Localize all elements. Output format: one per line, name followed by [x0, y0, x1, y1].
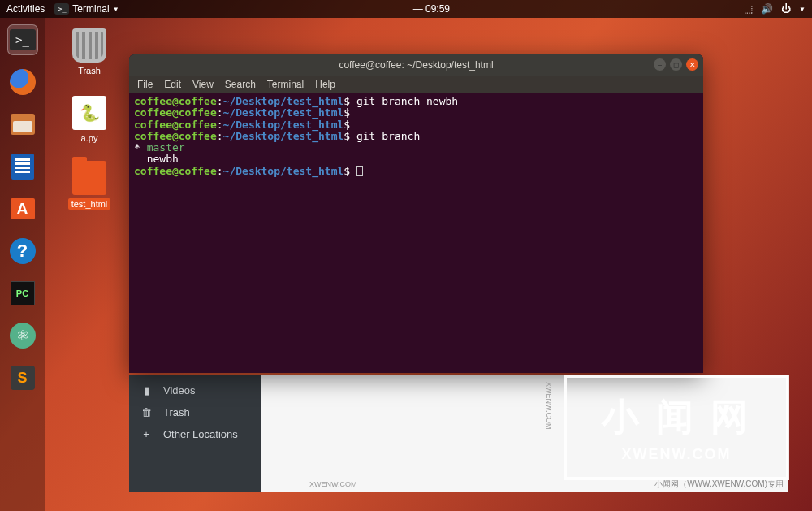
- sublime-icon: S: [11, 366, 35, 390]
- python-file-icon: [72, 96, 106, 130]
- app-name-label: Terminal: [72, 3, 109, 15]
- terminal-icon: >_: [54, 3, 69, 15]
- dock: >_ A ? PC ⚛ S: [0, 18, 45, 511]
- desktop-trash[interactable]: Trash: [63, 28, 115, 76]
- folder-icon: [72, 161, 106, 195]
- dock-sublime[interactable]: S: [7, 362, 38, 393]
- dock-software[interactable]: A: [7, 193, 38, 224]
- menu-file[interactable]: File: [137, 79, 153, 90]
- watermark-side: XWENW.COM: [545, 382, 553, 430]
- document-icon: [11, 154, 34, 180]
- menu-terminal[interactable]: Terminal: [267, 79, 304, 90]
- terminal-menu-bar: File Edit View Search Terminal Help: [129, 76, 703, 93]
- window-titlebar[interactable]: coffee@coffee: ~/Desktop/test_html – ◻ ✕: [129, 54, 703, 76]
- chevron-down-icon[interactable]: ▼: [799, 6, 806, 13]
- app-menu[interactable]: >_ Terminal ▼: [54, 3, 119, 15]
- watermark-bottom: XWENW.COM: [309, 480, 357, 488]
- terminal-cursor: [356, 166, 363, 176]
- files-icon: [11, 114, 35, 135]
- maximize-button[interactable]: ◻: [670, 58, 682, 71]
- pycharm-icon: PC: [11, 281, 35, 305]
- terminal-body[interactable]: coffee@coffee:~/Desktop/test_html$ git b…: [129, 93, 703, 180]
- sidebar-item-videos[interactable]: ▮ Videos: [129, 379, 261, 401]
- firefox-icon: [10, 69, 36, 95]
- footer-watermark: 小闻网（WWW.XWENW.COM)专用: [654, 479, 784, 490]
- clock[interactable]: — 09:59: [413, 3, 450, 15]
- dock-files[interactable]: [7, 109, 38, 140]
- help-icon: ?: [10, 238, 36, 264]
- files-sidebar: ▮ Videos 🗑 Trash + Other Locations: [129, 375, 261, 492]
- chevron-down-icon: ▼: [113, 6, 119, 13]
- dock-pycharm[interactable]: PC: [7, 278, 38, 309]
- menu-help[interactable]: Help: [315, 79, 335, 90]
- plus-icon: +: [140, 428, 152, 440]
- menu-edit[interactable]: Edit: [164, 79, 181, 90]
- trash-icon: 🗑: [140, 406, 152, 418]
- terminal-icon: >_: [10, 29, 36, 50]
- software-icon: A: [11, 198, 35, 219]
- volume-icon[interactable]: 🔊: [761, 3, 773, 15]
- menu-view[interactable]: View: [192, 79, 214, 90]
- dock-atom[interactable]: ⚛: [7, 320, 38, 351]
- minimize-button[interactable]: –: [654, 58, 666, 71]
- desktop-file-apy[interactable]: a.py: [63, 96, 115, 143]
- desktop-folder-test-html[interactable]: test_html: [63, 161, 115, 210]
- video-icon: ▮: [140, 384, 152, 396]
- atom-icon: ⚛: [10, 323, 36, 349]
- dock-firefox[interactable]: [7, 67, 38, 97]
- dock-help[interactable]: ?: [7, 236, 38, 266]
- top-bar: Activities >_ Terminal ▼ — 09:59 ⬚ 🔊 ⏻ ▼: [0, 0, 812, 18]
- sidebar-item-other-locations[interactable]: + Other Locations: [129, 423, 261, 445]
- network-icon[interactable]: ⬚: [744, 3, 753, 15]
- dock-terminal[interactable]: >_: [7, 24, 38, 55]
- trash-icon: [72, 28, 106, 63]
- watermark: 小 闻 网 XWENW.COM: [564, 375, 789, 480]
- close-button[interactable]: ✕: [686, 58, 698, 71]
- activities-button[interactable]: Activities: [6, 3, 45, 15]
- window-title: coffee@coffee: ~/Desktop/test_html: [339, 59, 493, 71]
- terminal-window: coffee@coffee: ~/Desktop/test_html – ◻ ✕…: [129, 54, 703, 373]
- menu-search[interactable]: Search: [225, 79, 256, 90]
- dock-libreoffice[interactable]: [7, 151, 38, 182]
- power-icon[interactable]: ⏻: [781, 3, 791, 15]
- sidebar-item-trash[interactable]: 🗑 Trash: [129, 401, 261, 423]
